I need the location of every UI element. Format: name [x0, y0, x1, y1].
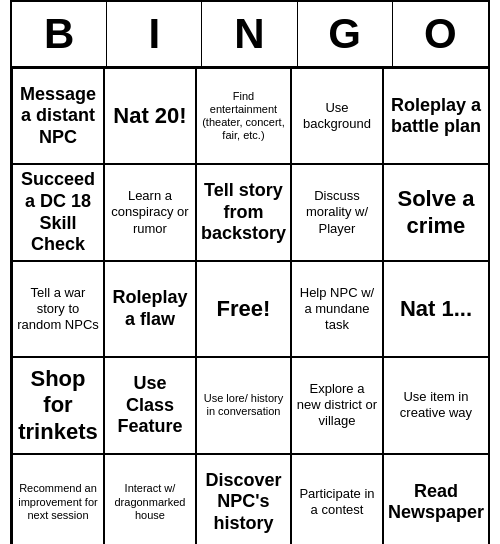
cell-text-0: Message a distant NPC — [17, 84, 99, 149]
cell-text-21: Interact w/ dragonmarked house — [109, 482, 191, 522]
cell-text-3: Use background — [296, 100, 378, 133]
cell-text-1: Nat 20! — [113, 103, 186, 129]
cell-text-16: Use Class Feature — [109, 373, 191, 438]
cell-text-10: Tell a war story to random NPCs — [17, 285, 99, 334]
bingo-cell-22: Discover NPC's history — [196, 454, 291, 545]
bingo-letter-o: O — [393, 2, 488, 66]
bingo-cell-9: Solve a crime — [383, 164, 488, 260]
bingo-cell-6: Learn a conspiracy or rumor — [104, 164, 196, 260]
cell-text-18: Explore a new district or village — [296, 381, 378, 430]
bingo-cell-21: Interact w/ dragonmarked house — [104, 454, 196, 545]
bingo-cell-19: Use item in creative way — [383, 357, 488, 453]
cell-text-17: Use lore/ history in conversation — [201, 392, 286, 418]
cell-text-12: Free! — [217, 295, 271, 323]
bingo-cell-24: Read Newspaper — [383, 454, 488, 545]
bingo-cell-13: Help NPC w/ a mundane task — [291, 261, 383, 357]
cell-text-13: Help NPC w/ a mundane task — [296, 285, 378, 334]
cell-text-7: Tell story from backstory — [201, 180, 286, 245]
bingo-letter-i: I — [107, 2, 202, 66]
bingo-cell-18: Explore a new district or village — [291, 357, 383, 453]
cell-text-19: Use item in creative way — [388, 389, 484, 422]
bingo-cell-10: Tell a war story to random NPCs — [12, 261, 104, 357]
cell-text-2: Find entertainment (theater, concert, fa… — [201, 90, 286, 143]
bingo-cell-2: Find entertainment (theater, concert, fa… — [196, 68, 291, 164]
cell-text-22: Discover NPC's history — [201, 470, 286, 535]
bingo-cell-16: Use Class Feature — [104, 357, 196, 453]
cell-text-8: Discuss morality w/ Player — [296, 188, 378, 237]
cell-text-24: Read Newspaper — [388, 481, 484, 524]
bingo-cell-1: Nat 20! — [104, 68, 196, 164]
bingo-cell-7: Tell story from backstory — [196, 164, 291, 260]
bingo-cell-3: Use background — [291, 68, 383, 164]
bingo-letter-b: B — [12, 2, 107, 66]
bingo-cell-20: Recommend an improvement for next sessio… — [12, 454, 104, 545]
cell-text-11: Roleplay a flaw — [109, 287, 191, 330]
bingo-cell-0: Message a distant NPC — [12, 68, 104, 164]
cell-text-23: Participate in a contest — [296, 486, 378, 519]
bingo-cell-15: Shop for trinkets — [12, 357, 104, 453]
cell-text-5: Succeed a DC 18 Skill Check — [17, 169, 99, 255]
cell-text-4: Roleplay a battle plan — [388, 95, 484, 138]
bingo-letter-n: N — [202, 2, 297, 66]
bingo-cell-14: Nat 1... — [383, 261, 488, 357]
cell-text-6: Learn a conspiracy or rumor — [109, 188, 191, 237]
bingo-cell-12: Free! — [196, 261, 291, 357]
bingo-cell-17: Use lore/ history in conversation — [196, 357, 291, 453]
cell-text-14: Nat 1... — [400, 296, 472, 322]
bingo-header: BINGO — [12, 2, 488, 68]
bingo-cell-5: Succeed a DC 18 Skill Check — [12, 164, 104, 260]
cell-text-9: Solve a crime — [388, 186, 484, 239]
bingo-letter-g: G — [298, 2, 393, 66]
bingo-cell-11: Roleplay a flaw — [104, 261, 196, 357]
cell-text-20: Recommend an improvement for next sessio… — [17, 482, 99, 522]
bingo-grid: Message a distant NPCNat 20!Find enterta… — [12, 68, 488, 544]
bingo-cell-8: Discuss morality w/ Player — [291, 164, 383, 260]
bingo-cell-23: Participate in a contest — [291, 454, 383, 545]
cell-text-15: Shop for trinkets — [17, 366, 99, 445]
bingo-cell-4: Roleplay a battle plan — [383, 68, 488, 164]
bingo-card: BINGO Message a distant NPCNat 20!Find e… — [10, 0, 490, 544]
